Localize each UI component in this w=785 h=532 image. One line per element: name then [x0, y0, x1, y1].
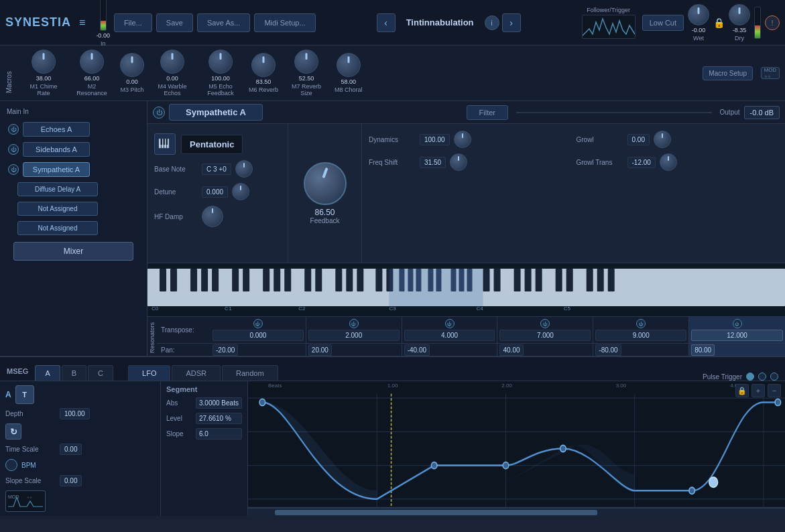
macro-m6: 83.50 M6 Reverb: [249, 53, 278, 93]
m2-label: M2 Resonance: [72, 83, 112, 96]
feedback-knob[interactable]: [304, 162, 347, 205]
base-note-knob[interactable]: [235, 160, 253, 178]
piano-icon-btn[interactable]: [154, 133, 176, 155]
not-assigned-1-btn[interactable]: Not Assigned: [17, 202, 98, 216]
sidebands-power-btn[interactable]: ⏻: [8, 144, 19, 155]
m6-knob[interactable]: [251, 53, 276, 77]
menu-icon[interactable]: ≡: [79, 17, 85, 29]
not-assigned-2-btn[interactable]: Not Assigned: [17, 221, 98, 235]
mseg-svg: [248, 381, 785, 516]
echoes-power-btn[interactable]: ⏻: [8, 124, 19, 135]
m5-knob[interactable]: [208, 50, 233, 74]
res-power-2[interactable]: ⏻: [349, 319, 359, 328]
growl-trans-param: Growl Trans -12.00: [577, 153, 779, 171]
detune-label: Detune: [154, 188, 198, 196]
t-button[interactable]: T: [15, 385, 34, 404]
next-preset-button[interactable]: ›: [502, 13, 521, 32]
m7-knob[interactable]: [294, 50, 318, 74]
bpm-power-btn[interactable]: [5, 459, 17, 471]
tab-c[interactable]: C: [88, 365, 113, 381]
main-content: ⏻ Sympathetic A Filter Output -0.0 dB: [147, 101, 785, 356]
diffuse-delay-btn[interactable]: Diffuse Delay A: [17, 182, 98, 196]
freq-shift-knob[interactable]: [450, 153, 467, 171]
resonators-label: Resonators: [147, 317, 157, 356]
svg-rect-22: [357, 269, 363, 291]
random-tab[interactable]: Random: [222, 365, 278, 381]
m1-knob[interactable]: [32, 50, 56, 74]
svg-text:C5: C5: [564, 306, 571, 312]
macro-setup-button[interactable]: Macro Setup: [703, 66, 753, 80]
alert-icon[interactable]: !: [765, 15, 780, 30]
depth-value: 100.00: [60, 408, 90, 419]
mod-mini-preview: MOD ⬦⬦: [5, 490, 46, 512]
prev-preset-button[interactable]: ‹: [377, 13, 396, 32]
res-power-6[interactable]: ⏻: [733, 319, 742, 328]
loop-button[interactable]: ↻: [5, 423, 21, 440]
dynamics-knob[interactable]: [454, 131, 471, 148]
graph-scrollbar[interactable]: [248, 508, 785, 516]
m3-knob[interactable]: [120, 53, 144, 77]
m7-label: M7 Reverb Size: [286, 83, 326, 96]
pan-col-4: 40.00: [497, 344, 593, 356]
svg-rect-42: [608, 269, 615, 291]
low-cut-button[interactable]: Low Cut: [642, 15, 684, 31]
dry-knob[interactable]: [729, 4, 750, 25]
tab-a[interactable]: A: [35, 365, 60, 381]
growl-knob[interactable]: [654, 131, 671, 148]
scale-display[interactable]: Pentatonic: [181, 135, 243, 154]
save-as-button[interactable]: Save As...: [197, 13, 251, 32]
pan-col-3: -40.00: [402, 344, 498, 356]
tab-b[interactable]: B: [62, 365, 86, 381]
res-power-1[interactable]: ⏻: [253, 319, 263, 328]
scrollbar-thumb[interactable]: [275, 510, 597, 515]
pulse-radio-3[interactable]: [770, 373, 778, 381]
m2-knob[interactable]: [80, 50, 104, 74]
pulse-radio-2[interactable]: [758, 373, 766, 381]
res-power-4[interactable]: ⏻: [540, 319, 550, 328]
save-button[interactable]: Save: [156, 13, 193, 32]
follower-graph[interactable]: [582, 15, 636, 39]
lock-icon[interactable]: 🔒: [713, 17, 725, 28]
res-col-3: ⏻ 4.000: [402, 317, 498, 343]
svg-rect-34: [494, 269, 501, 291]
sidebands-btn[interactable]: Sidebands A: [23, 142, 90, 157]
echoes-btn[interactable]: Echoes A: [23, 122, 90, 137]
pan-row: Pan: -20.00 20.00 -40.00 40.00: [157, 344, 785, 356]
sympathetic-btn[interactable]: Sympathetic A: [23, 162, 90, 177]
svg-rect-20: [335, 269, 342, 291]
svg-rect-39: [566, 269, 573, 291]
pulse-radio-1[interactable]: [746, 373, 754, 381]
mseg-graph[interactable]: Beats 1.00 2.00 3.00 4.00 🔒 + −: [248, 381, 785, 516]
svg-rect-35: [514, 269, 521, 291]
file-button[interactable]: File...: [114, 13, 152, 32]
growl-trans-knob[interactable]: [660, 153, 677, 171]
bpm-row: BPM: [5, 459, 155, 471]
panel-name[interactable]: Sympathetic A: [169, 104, 263, 121]
adsr-tab[interactable]: ADSR: [172, 365, 221, 381]
wet-knob[interactable]: [688, 4, 709, 25]
growl-trans-value: -12.00: [627, 157, 656, 168]
filter-button[interactable]: Filter: [467, 105, 508, 120]
preset-info-button[interactable]: i: [485, 15, 499, 30]
hf-damp-knob[interactable]: [202, 206, 223, 227]
echoes-node: ⏻ Echoes A: [0, 119, 147, 139]
segment-title: Segment: [166, 385, 242, 393]
sympathetic-power-btn[interactable]: ⏻: [8, 164, 19, 175]
feedback-label: Feedback: [310, 217, 340, 224]
panel-power-btn[interactable]: ⏻: [153, 107, 165, 119]
m4-knob[interactable]: [160, 50, 184, 74]
detune-knob[interactable]: [232, 183, 249, 200]
lfo-tab[interactable]: LFO: [128, 365, 170, 381]
m4-label: M4 Warble Echos: [152, 83, 192, 96]
macro-m1: 38.00 M1 Chime Rate: [23, 50, 64, 96]
res-power-5[interactable]: ⏻: [636, 319, 646, 328]
midi-setup-button[interactable]: Midi Setup...: [254, 13, 315, 32]
res-power-3[interactable]: ⏻: [445, 319, 455, 328]
piano-keyboard[interactable]: C0 C1 C2 C3 C4 C5: [147, 263, 785, 316]
mixer-button[interactable]: Mixer: [13, 242, 133, 261]
m3-value: 0.00: [126, 78, 138, 85]
m8-knob[interactable]: [337, 53, 361, 77]
bottom-tabs: MSEG A B C LFO ADSR Random Pulse Trigger: [0, 357, 785, 381]
svg-rect-16: [274, 269, 280, 291]
svg-text:C1: C1: [225, 306, 232, 312]
